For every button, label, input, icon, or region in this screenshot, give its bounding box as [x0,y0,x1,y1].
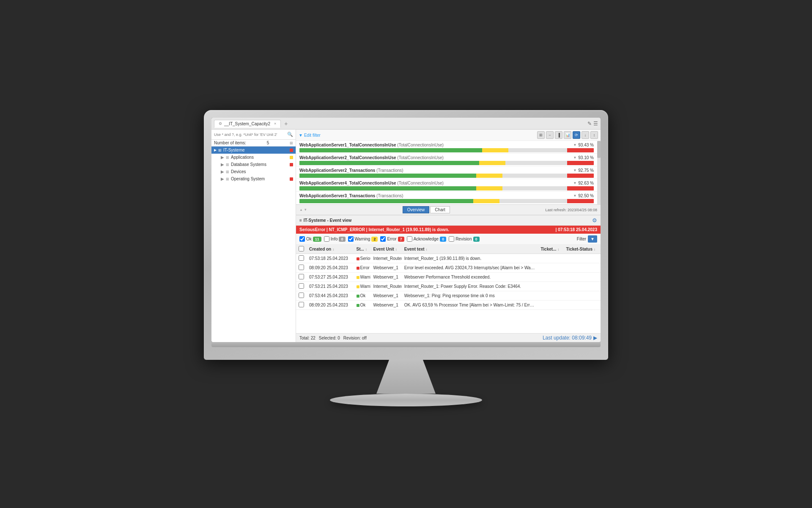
bar-yellow-4 [476,186,503,190]
filter-revision-checkbox[interactable] [449,236,454,242]
row-text-3: Internet_Router_1: Power Supply Error. R… [402,282,538,291]
filter-acknowledge[interactable]: Acknowledge 0 [407,236,447,242]
col-event-text[interactable]: Event text ↕ [402,245,538,254]
table-row[interactable]: 08:09:20 25.04.2023 Error Webserver_1 Er… [296,263,601,273]
sidebar-item-label: Database Systems [231,162,266,167]
table-row[interactable]: 07:53:18 25.04.2023 Serious... Internet_… [296,254,601,263]
expand-icon: ▶ [221,169,224,174]
filter-ok[interactable]: Ok 11 [299,236,321,242]
item-count-bar: Number of items: 5 ⊞ [211,140,296,146]
row-created-3: 07:53:21 25.04.2023 [307,282,354,291]
col-event-unit[interactable]: Event Unit ↕ [370,245,401,254]
status-dot-yellow [290,156,293,159]
search-input[interactable] [214,133,285,137]
cap-icon-minus[interactable]: − [546,131,554,139]
bar-green-5 [299,199,473,203]
search-bar: 🔍 [211,130,296,140]
search-icon[interactable]: 🔍 [287,132,293,137]
col-ticket[interactable]: Ticket... ↕ [538,245,563,254]
bar-empty-4 [502,186,567,190]
top-right-icons: ✎ ☰ [587,121,598,127]
cap-row-dropdown-2[interactable]: ▼ [573,156,576,160]
filter-ok-count: 11 [313,237,321,242]
row-text-2: Webserver Performance Threshold exceeded… [402,273,538,282]
capacity-toolbar: ▼ Edit filter ⊞ − ▐ 📊 ⟳ ↓ [296,130,601,141]
row-unit-0: Internet_Router_1 [370,254,401,263]
table-row[interactable]: 07:53:27 25.04.2023 Warning Webserver_1 … [296,273,601,282]
cap-icon-download[interactable]: ↓ [582,131,589,139]
bar-green-2 [299,161,479,165]
tab-overview[interactable]: Overview [403,206,430,213]
tab-close-button[interactable]: × [274,121,276,126]
cap-row-dropdown-1[interactable]: ▼ [573,143,576,147]
menu-icon[interactable]: ☰ [593,121,598,127]
tab-bar: ⚙ __IT_System_Capacity2 × + ✎ ☰ [211,118,601,130]
row-checkbox-1 [296,263,307,273]
col-status[interactable]: St... ↕ [354,245,371,254]
row-status-4: Ok [354,291,371,301]
capacity-scrollbar[interactable] [597,141,601,204]
bar-red-3 [567,174,594,178]
monitor-bezel: ⚙ __IT_System_Capacity2 × + ✎ ☰ [204,110,608,360]
cap-icon-table[interactable]: ⊞ [537,131,545,139]
table-row[interactable]: 07:53:21 25.04.2023 Warning Internet_Rou… [296,282,601,291]
cap-row-title-3: WebApplicationServer2_Transactions (Tran… [299,168,403,173]
edit-filter-button[interactable]: ▼ Edit filter [299,133,321,138]
table-row[interactable]: 08:09:20 25.04.2023 Ok Webserver_1 OK. A… [296,301,601,310]
row-ticket-2 [538,273,563,282]
cap-row-dropdown-3[interactable]: ▼ [573,168,576,172]
cap-row-dropdown-5[interactable]: ▼ [573,194,576,198]
event-alert-time: | 07:53:18 25.04.2023 [556,227,597,232]
filter-warning-checkbox[interactable] [348,236,354,242]
tab-chart[interactable]: Chart [430,206,450,213]
bar-empty-3 [502,174,567,178]
bar-red-5 [567,199,594,203]
col-created[interactable]: Created on ↕ [307,245,354,254]
filter-info-checkbox[interactable] [324,236,329,242]
cap-row-header-2: WebApplicationServer2_TotalConnectionsIn… [299,155,594,160]
event-footer: Total: 22 Selected: 0 Revision: off Last… [296,333,601,342]
event-gear-icon[interactable]: ⚙ [592,217,597,224]
cap-icon-chart[interactable]: 📊 [564,131,571,139]
filter-error-label: Error [387,237,396,241]
col-ticket-status[interactable]: Ticket-Status ↕ [563,245,601,254]
edit-icon[interactable]: ✎ [587,121,592,127]
filter-funnel-button[interactable]: ▼ [588,235,597,243]
cap-icon-scroll[interactable]: ↕ [590,131,598,139]
filter-ok-checkbox[interactable] [299,236,305,242]
sidebar-item-applications[interactable]: ▶ ⊞ Applications [211,154,296,161]
active-tab[interactable]: ⚙ __IT_System_Capacity2 × [214,120,281,128]
filter-revision[interactable]: Revision 0 [449,236,479,242]
cap-row-header-1: WebApplicationServer1_TotalConnectionsIn… [299,143,594,147]
filter-warning-label: Warning [355,237,370,241]
cap-icon-bar[interactable]: ▐ [555,131,562,139]
triangle-icon: ▼ [299,133,303,138]
row-checkbox-4 [296,291,307,301]
db-icon: ⊞ [226,163,229,167]
cap-row-title-4: WebApplicationServer4_TotalConnectionsIn… [299,181,444,185]
sidebar-item-operating-system[interactable]: ▶ ⊞ Operating System [211,175,296,182]
filter-warning[interactable]: Warning 2 [348,236,378,242]
sidebar-item-devices[interactable]: ▶ ⊞ Devices [211,168,296,175]
cap-icon-active[interactable]: ⟳ [573,131,580,139]
filter-error-checkbox[interactable] [380,236,386,242]
status-dot-red [290,149,293,152]
tab-add-button[interactable]: + [283,121,289,127]
filter-error[interactable]: Error 7 [380,236,404,242]
row-unit-4: Webserver_1 [370,291,401,301]
row-ticket-0 [538,254,563,263]
select-all-checkbox[interactable] [299,246,304,251]
play-icon[interactable]: ▶ [593,335,597,341]
filter-info[interactable]: Info 0 [324,236,346,242]
table-row[interactable]: 07:53:44 25.04.2023 Ok Webserver_1 Webse… [296,291,601,301]
tab-label: __IT_System_Capacity2 [224,121,270,126]
sidebar-item-database-systems[interactable]: ▶ ⊞ Database Systems [211,161,296,168]
cap-bar-4 [299,186,594,190]
cap-row-header-4: WebApplicationServer4_TotalConnectionsIn… [299,181,594,185]
row-ticket-status-5 [563,301,601,310]
filter-acknowledge-count: 0 [440,237,446,242]
cap-row-dropdown-4[interactable]: ▼ [573,181,576,185]
sidebar-item-it-systeme[interactable]: ▶ ⊞ IT-Systeme [211,146,296,154]
bar-yellow-2 [479,161,506,165]
filter-acknowledge-checkbox[interactable] [407,236,412,242]
